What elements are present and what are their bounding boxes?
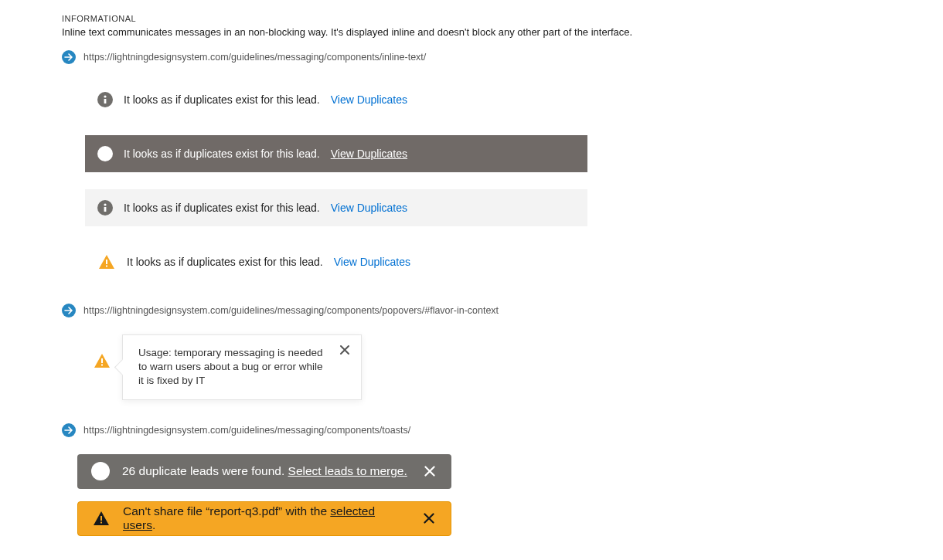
reference-link-inline-text[interactable]: https://lightningdesignsystem.com/guidel… [83,52,426,63]
toast-action-link[interactable]: Select leads to merge. [288,464,407,477]
view-duplicates-link[interactable]: View Duplicates [331,202,407,214]
reference-link-row: https://lightningdesignsystem.com/guidel… [62,423,943,437]
toast-message: 26 duplicate leads were found. [122,464,288,477]
info-icon [91,462,110,480]
info-icon [97,92,113,107]
close-icon[interactable] [421,511,437,526]
inline-message-text: It looks as if duplicates exist for this… [124,202,320,214]
info-icon [97,200,113,216]
inline-message-text: It looks as if duplicates exist for this… [124,93,320,106]
arrow-icon [62,423,76,437]
close-icon[interactable] [422,463,437,479]
reference-link-row: https://lightningdesignsystem.com/guidel… [62,304,943,317]
inline-message-dark-info: It looks as if duplicates exist for this… [85,135,587,172]
toast-suffix: . [152,518,155,531]
reference-link-row: https://lightningdesignsystem.com/guidel… [62,50,943,64]
warning-icon [97,254,116,270]
toast-message: Can't share file “report-q3.pdf” with th… [123,504,330,518]
toast-warning: Can't share file “report-q3.pdf” with th… [77,501,451,536]
view-duplicates-link[interactable]: View Duplicates [334,256,410,268]
inline-examples: It looks as if duplicates exist for this… [85,81,587,280]
inline-message-light-info: It looks as if duplicates exist for this… [85,189,587,226]
popover-example: Usage: temporary messaging is needed to … [93,334,943,400]
toast-info: 26 duplicate leads were found. Select le… [77,454,451,489]
toasts: 26 duplicate leads were found. Select le… [77,454,451,536]
inline-message-text: It looks as if duplicates exist for this… [127,256,323,268]
inline-message-plain-warning: It looks as if duplicates exist for this… [85,243,587,280]
popover: Usage: temporary messaging is needed to … [122,334,362,400]
section-description: Inline text communicates messages in an … [62,26,943,38]
reference-link-popovers[interactable]: https://lightningdesignsystem.com/guidel… [83,305,499,316]
view-duplicates-link[interactable]: View Duplicates [331,93,407,106]
popover-body: Usage: temporary messaging is needed to … [138,347,323,386]
view-duplicates-link[interactable]: View Duplicates [331,148,407,160]
warning-icon [92,511,111,526]
close-icon[interactable] [338,343,352,361]
inline-message-plain-info: It looks as if duplicates exist for this… [85,81,587,118]
toast-text: Can't share file “report-q3.pdf” with th… [123,504,409,532]
reference-link-toasts[interactable]: https://lightningdesignsystem.com/guidel… [83,425,410,436]
arrow-icon [62,304,76,317]
toast-text: 26 duplicate leads were found. Select le… [122,464,410,478]
warning-icon [93,353,111,368]
arrow-icon [62,50,76,64]
info-icon [97,146,113,161]
inline-message-text: It looks as if duplicates exist for this… [124,148,320,160]
section-heading: INFORMATIONAL [62,14,943,23]
